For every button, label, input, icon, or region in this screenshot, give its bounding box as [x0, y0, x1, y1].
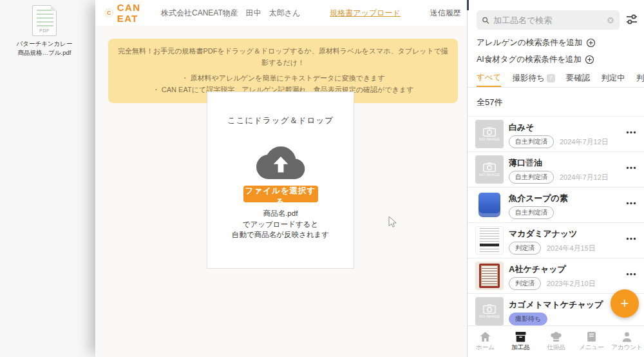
add-product-fab[interactable]: +	[611, 289, 639, 318]
status-badge: 判定済	[509, 242, 541, 255]
menu-book-icon	[585, 331, 598, 342]
caneat-logo-text: CAN EAT	[117, 2, 147, 24]
box-icon	[515, 331, 527, 342]
product-photo-thumbnail	[475, 262, 504, 290]
total-count: 全57件	[477, 97, 502, 108]
list-item[interactable]: 魚介スープの素 自主判定済	[468, 188, 644, 223]
list-item[interactable]: マカダミアナッツ 判定済 2024年4月15日	[468, 223, 644, 258]
list-item[interactable]: A社ケチャップ 判定済 2023年2月10日	[468, 258, 644, 294]
status-badge: 判定済	[509, 277, 541, 290]
more-menu-button[interactable]	[626, 202, 636, 205]
no-image-thumbnail: NO IMAGE	[475, 155, 504, 184]
circle-plus-icon	[586, 38, 596, 48]
clear-search-icon[interactable]	[607, 15, 614, 25]
bottom-navigation: ホーム 加工品 仕掛品 メニュー	[468, 325, 644, 357]
camera-icon	[483, 127, 496, 137]
svg-text:C: C	[107, 10, 111, 16]
status-badge: 撮影待ち	[509, 313, 547, 325]
chef-hat-icon	[550, 331, 562, 342]
list-item[interactable]: NO IMAGE 白みそ 自主判定済 2024年7月12日	[468, 117, 644, 152]
tab-judging[interactable]: 判定中	[601, 69, 625, 87]
panel-edge-mark	[467, 0, 469, 10]
tab-judged[interactable]: 判定済	[636, 69, 644, 87]
more-menu-button[interactable]	[626, 166, 636, 169]
file-name-line2: 商品規格…ブル.pdf	[9, 48, 80, 57]
more-menu-button[interactable]	[626, 273, 636, 276]
search-bar[interactable]	[477, 10, 620, 30]
nav-home[interactable]: ホーム	[468, 326, 503, 357]
page-fold	[51, 5, 57, 11]
search-input[interactable]	[493, 15, 607, 25]
no-image-thumbnail: NO IMAGE	[475, 297, 504, 325]
banner-line1: 完全無料！お手元の規格書PDFをドラッグ＆ドロップするか、原材料ラベルをスマホ、…	[115, 46, 451, 68]
pdf-badge: PDF	[33, 28, 56, 33]
item-name: A社ケチャップ	[509, 264, 566, 275]
status-badge: 自主判定済	[509, 206, 554, 219]
list-item[interactable]: NO IMAGE 薄口醤油 自主判定済 2024年7月12日	[468, 152, 644, 188]
allergen-filter-label: アレルゲンの検索条件を追加	[477, 37, 583, 48]
tab-needs-review[interactable]: 要確認	[566, 69, 591, 87]
cloud-upload-icon	[256, 143, 305, 180]
status-badge: 自主判定済	[509, 135, 554, 148]
nav-menu-label: メニュー	[579, 343, 604, 352]
nav-processed-label: 加工品	[511, 343, 530, 352]
nav-account[interactable]: アカウント	[609, 326, 644, 357]
item-date: 2024年7月12日	[560, 173, 609, 182]
product-list-panel: アレルゲンの検索条件を追加 AI食材タグの検索条件を追加 すべて 撮影待ち 7 …	[467, 0, 644, 357]
hint-line3: 自動で商品名が反映されます	[207, 229, 354, 240]
hint-line1: 商品名.pdf	[207, 208, 354, 219]
select-file-button[interactable]: ファイルを選択する	[243, 186, 318, 202]
nav-processed-goods[interactable]: 加工品	[503, 326, 538, 357]
file-name-line1: バターチキンカレー	[9, 39, 80, 48]
tab-judging-label: 判定中	[601, 70, 625, 86]
no-image-text: NO IMAGE	[479, 173, 500, 177]
product-photo-thumbnail	[475, 191, 504, 219]
tab-all[interactable]: すべて	[477, 69, 501, 87]
search-icon	[482, 15, 489, 25]
nav-link-spec-upload[interactable]: 規格書アップロード	[330, 8, 400, 19]
nav-menu[interactable]: メニュー	[574, 326, 609, 357]
nav-work-in-progress[interactable]: 仕掛品	[538, 326, 574, 357]
tab-judged-label: 判定済	[636, 70, 644, 86]
add-allergen-filter[interactable]: アレルゲンの検索条件を追加	[477, 37, 596, 48]
app-header: C CAN EAT 株式会社CANEAT物産 田中 太郎さん 規格書アップロード…	[95, 0, 467, 26]
no-image-text: NO IMAGE	[479, 314, 500, 318]
item-name: 魚介スープの素	[509, 193, 568, 204]
more-menu-button[interactable]	[626, 131, 636, 134]
circle-plus-icon	[585, 55, 594, 64]
pdf-file-icon: PDF	[32, 5, 57, 36]
status-tabs: すべて 撮影待ち 7 要確認 判定中 判定済	[468, 69, 644, 88]
tab-waiting-label: 撮影待ち	[512, 70, 544, 86]
nav-wip-label: 仕掛品	[547, 343, 565, 352]
nav-account-label: アカウント	[611, 343, 643, 352]
waiting-count-badge: 7	[547, 74, 555, 82]
product-photo-thumbnail	[475, 226, 504, 255]
filter-sliders-icon[interactable]	[624, 12, 639, 28]
dropzone-title: ここにドラッグ＆ドロップ	[207, 115, 354, 126]
tab-waiting-photo[interactable]: 撮影待ち 7	[512, 69, 554, 87]
desktop-pdf-file[interactable]: PDF バターチキンカレー 商品規格…ブル.pdf	[9, 5, 80, 57]
desktop-background: PDF バターチキンカレー 商品規格…ブル.pdf	[0, 0, 95, 357]
dropzone-hint: 商品名.pdf でアップロードすると 自動で商品名が反映されます	[207, 208, 354, 240]
more-menu-button[interactable]	[626, 237, 636, 240]
caneat-logo-icon: C	[104, 5, 114, 21]
item-date: 2024年4月15日	[547, 244, 596, 253]
item-name: マカダミアナッツ	[509, 228, 577, 240]
file-name-label: バターチキンカレー 商品規格…ブル.pdf	[9, 39, 80, 57]
item-name: 白みそ	[509, 122, 535, 133]
tab-all-label: すべて	[477, 69, 501, 86]
caneat-main-window: C CAN EAT 株式会社CANEAT物産 田中 太郎さん 規格書アップロード…	[95, 0, 467, 357]
company-user-label: 株式会社CANEAT物産 田中 太郎さん	[161, 8, 300, 19]
home-icon	[479, 331, 491, 342]
tab-needs-review-label: 要確認	[566, 70, 591, 86]
camera-icon	[483, 304, 496, 314]
item-name: カゴメトマトケチャップ	[509, 299, 603, 311]
file-dropzone[interactable]: ここにドラッグ＆ドロップ ファイルを選択する 商品名.pdf でアップロードする…	[207, 92, 354, 269]
nav-home-label: ホーム	[476, 343, 495, 352]
camera-icon	[483, 162, 496, 172]
add-ai-tag-filter[interactable]: AI食材タグの検索条件を追加	[477, 54, 594, 65]
nav-link-send-history[interactable]: 送信履歴	[430, 8, 461, 19]
item-date: 2024年7月12日	[560, 137, 609, 147]
caneat-logo[interactable]: C CAN EAT	[104, 2, 147, 24]
item-name: 薄口醤油	[509, 157, 542, 169]
